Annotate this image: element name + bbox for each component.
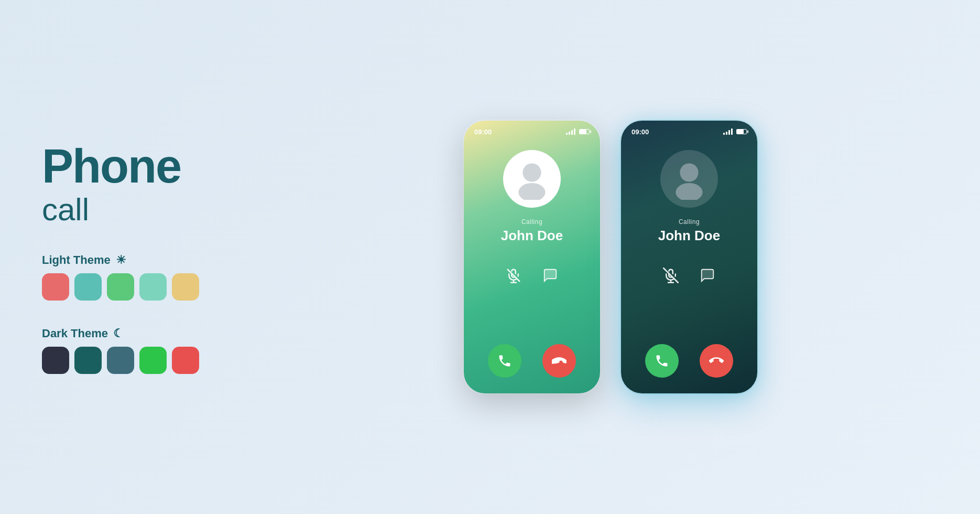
status-bar-dark: 09:00 xyxy=(621,121,757,140)
status-time-dark: 09:00 xyxy=(631,128,649,136)
light-swatch-1 xyxy=(42,273,69,301)
dark-theme-section: Dark Theme ☾ xyxy=(42,327,241,374)
light-swatch-4 xyxy=(139,273,167,301)
title-call: call xyxy=(42,192,241,227)
light-swatch-2 xyxy=(74,273,102,301)
call-buttons-dark xyxy=(645,344,733,378)
status-bar-light: 09:00 xyxy=(464,121,600,140)
action-icons-light xyxy=(503,265,561,286)
mute-svg-dark xyxy=(663,267,679,283)
sun-icon: ☀ xyxy=(116,253,126,267)
signal-bars-light xyxy=(566,128,575,135)
avatar-light xyxy=(503,150,561,208)
signal-bar-d3 xyxy=(728,130,730,135)
svg-point-4 xyxy=(680,163,698,181)
dark-theme-label: Dark Theme ☾ xyxy=(42,327,241,340)
status-time-light: 09:00 xyxy=(474,128,492,136)
phone-dark: 09:00 xyxy=(621,121,757,393)
signal-bars-dark xyxy=(723,128,733,135)
message-svg-dark xyxy=(700,267,715,283)
signal-bar-d1 xyxy=(723,133,725,135)
battery-fill-light xyxy=(580,130,586,134)
battery-icon-light xyxy=(579,129,590,134)
dark-theme-swatches xyxy=(42,347,241,374)
light-theme-label: Light Theme ☀ xyxy=(42,253,241,267)
phone-accept-icon-light xyxy=(497,354,512,368)
message-icon-light[interactable] xyxy=(540,265,561,286)
signal-bar-4 xyxy=(574,128,575,135)
caller-name-dark: John Doe xyxy=(658,228,720,244)
dark-theme-text: Dark Theme xyxy=(42,327,108,340)
status-icons-light xyxy=(566,128,590,135)
svg-point-0 xyxy=(522,163,541,181)
phone-accept-icon-dark xyxy=(655,354,669,368)
avatar-icon-light xyxy=(511,158,553,200)
decline-call-btn-light[interactable] xyxy=(542,344,576,378)
status-icons-dark xyxy=(723,128,747,135)
call-buttons-light xyxy=(488,344,576,378)
battery-fill-dark xyxy=(737,130,744,134)
light-theme-text: Light Theme xyxy=(42,253,111,267)
title-block: Phone call xyxy=(42,141,241,227)
calling-label-dark: Calling xyxy=(679,218,700,226)
dark-swatch-4 xyxy=(139,347,167,374)
light-swatch-3 xyxy=(107,273,134,301)
dark-swatch-3 xyxy=(107,347,134,374)
decline-call-btn-dark[interactable] xyxy=(700,344,733,378)
message-svg-light xyxy=(542,267,558,283)
dark-swatch-1 xyxy=(42,347,69,374)
mute-svg xyxy=(506,267,521,283)
light-theme-section: Light Theme ☀ xyxy=(42,253,241,301)
caller-name-light: John Doe xyxy=(501,228,563,244)
title-phone: Phone xyxy=(42,141,241,192)
phone-decline-icon-dark xyxy=(709,354,724,368)
accept-call-btn-light[interactable] xyxy=(488,344,521,378)
phones-container: 09:00 xyxy=(283,0,938,514)
signal-bar-1 xyxy=(566,133,568,135)
battery-icon-dark xyxy=(736,129,747,134)
phone-content-light: Calling John Doe xyxy=(464,140,600,393)
page-container: Phone call Light Theme ☀ Dark Theme ☾ xyxy=(0,0,980,514)
left-panel: Phone call Light Theme ☀ Dark Theme ☾ xyxy=(42,141,241,374)
signal-bar-3 xyxy=(571,130,573,135)
action-icons-dark xyxy=(660,265,718,286)
avatar-dark xyxy=(660,150,718,208)
signal-bar-d2 xyxy=(726,132,727,135)
moon-icon: ☾ xyxy=(113,327,124,340)
light-theme-swatches xyxy=(42,273,241,301)
light-swatch-5 xyxy=(172,273,199,301)
phone-content-dark: Calling John Doe xyxy=(621,140,757,393)
svg-point-1 xyxy=(518,183,545,200)
calling-label-light: Calling xyxy=(521,218,542,226)
accept-call-btn-dark[interactable] xyxy=(645,344,679,378)
dark-swatch-5 xyxy=(172,347,199,374)
signal-bar-2 xyxy=(569,132,570,135)
mute-icon-dark[interactable] xyxy=(660,265,681,286)
svg-point-5 xyxy=(676,183,702,200)
signal-bar-d4 xyxy=(731,128,733,135)
dark-swatch-2 xyxy=(74,347,102,374)
avatar-icon-dark xyxy=(668,158,710,200)
mute-icon-light[interactable] xyxy=(503,265,524,286)
message-icon-dark[interactable] xyxy=(697,265,718,286)
phone-light: 09:00 xyxy=(464,121,600,393)
phone-decline-icon-light xyxy=(552,354,567,368)
